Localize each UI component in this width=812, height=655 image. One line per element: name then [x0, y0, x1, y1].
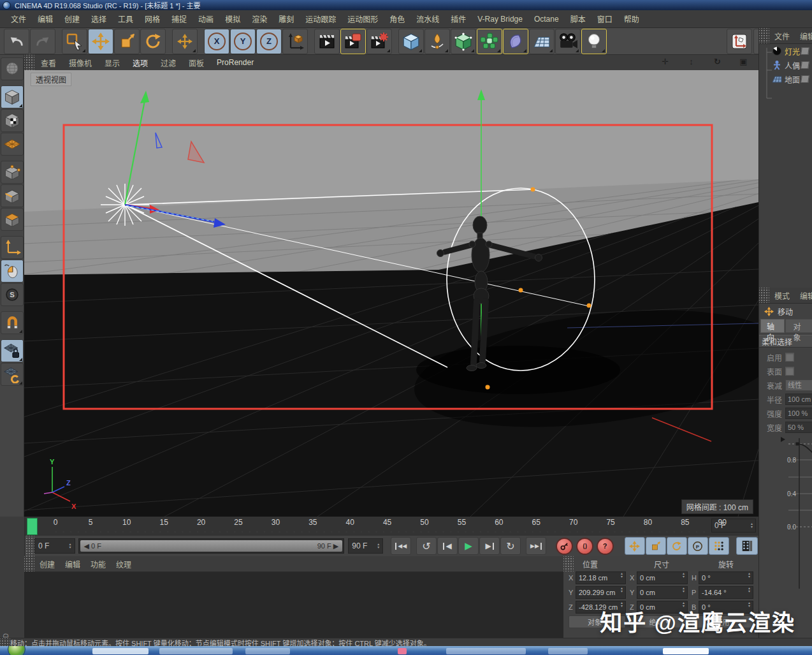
key-scale-toggle[interactable]: [646, 537, 666, 555]
current-frame-field[interactable]: 0 F▴▾: [34, 538, 75, 554]
mograph-button[interactable]: [477, 29, 502, 54]
autokey-button[interactable]: ( ): [576, 538, 593, 555]
layer-chip[interactable]: [801, 61, 809, 69]
tab-object[interactable]: 对象: [785, 319, 812, 333]
end-frame-field[interactable]: 90 F▴▾: [348, 538, 383, 554]
key-parameter-toggle[interactable]: P: [688, 537, 708, 555]
menu-item[interactable]: 工具: [112, 13, 139, 24]
viewport-menu-item[interactable]: 面板: [182, 57, 210, 68]
key-position-toggle[interactable]: [625, 537, 645, 555]
viewport-menu-item[interactable]: 过滤: [154, 57, 182, 68]
menu-item[interactable]: V-Ray Bridge: [472, 15, 528, 24]
viewport-menu-item[interactable]: 摄像机: [62, 57, 98, 68]
taskbar-button[interactable]: [548, 648, 588, 654]
panel-drag-handle[interactable]: [759, 28, 769, 43]
edges-mode-button[interactable]: [1, 184, 24, 207]
mat-menu-item[interactable]: 创建: [34, 559, 60, 570]
panel-drag-handle[interactable]: [759, 288, 769, 303]
om-menu-item[interactable]: 文件: [769, 31, 795, 41]
strength-field[interactable]: 100 %: [785, 408, 812, 419]
panel-drag-handle[interactable]: [24, 556, 34, 571]
timeline-playhead[interactable]: [27, 518, 38, 535]
texture-mode-button[interactable]: [1, 109, 24, 132]
panel-drag-handle[interactable]: [563, 556, 574, 571]
menu-item[interactable]: 模拟: [219, 13, 246, 24]
width-field[interactable]: 50 %: [785, 422, 812, 433]
viewport-menu-item[interactable]: 显示: [98, 57, 126, 68]
menu-item[interactable]: 渲染: [246, 13, 273, 24]
rotate-view-icon[interactable]: ↻: [706, 57, 729, 66]
add-primitive-button[interactable]: [398, 29, 424, 54]
viewport-menu-item[interactable]: ProRender: [210, 58, 260, 67]
panel-drag-handle[interactable]: [24, 55, 34, 70]
enable-checkbox[interactable]: [785, 353, 794, 362]
mat-menu-item[interactable]: 编辑: [60, 559, 85, 570]
goto-start-button[interactable]: ◀◀: [391, 537, 411, 555]
taskbar-button[interactable]: [663, 648, 709, 654]
stepper-arrows[interactable]: ▴▾: [375, 543, 379, 549]
timeline-mode-button[interactable]: [736, 537, 758, 555]
menu-item[interactable]: 编辑: [32, 13, 59, 24]
menu-item[interactable]: 动画: [192, 13, 219, 24]
object-row-floor[interactable]: 地面: [759, 72, 812, 86]
viewport-menu-item[interactable]: 选项: [126, 57, 154, 68]
lock-x-axis-button[interactable]: X: [204, 29, 229, 54]
menu-item[interactable]: 网格: [139, 13, 166, 24]
keyframe-presets-button[interactable]: [709, 537, 729, 555]
add-camera-button[interactable]: [555, 29, 581, 54]
goto-end-button[interactable]: ▶▶: [526, 537, 546, 555]
pan-view-icon[interactable]: ✛: [654, 57, 676, 66]
points-mode-button[interactable]: [1, 161, 24, 184]
preview-range-bar[interactable]: ◀ 0 F 90 F ▶: [80, 540, 343, 552]
scale-tool-button[interactable]: [114, 29, 140, 54]
live-selection-button[interactable]: [62, 29, 87, 54]
preview-range-slider[interactable]: ◀ 0 F 90 F ▶: [78, 538, 345, 554]
viewport-name-label[interactable]: 透视视图: [31, 73, 71, 86]
menu-item[interactable]: 运动跟踪: [300, 13, 342, 24]
start-orb[interactable]: [8, 646, 25, 655]
record-keyframe-button[interactable]: [556, 538, 573, 555]
falloff-curve-editor[interactable]: 0.8 0.4 0.0: [759, 434, 812, 594]
mat-menu-item[interactable]: 功能: [85, 559, 111, 570]
render-view-button[interactable]: [314, 29, 340, 54]
menu-item[interactable]: 文件: [5, 13, 32, 24]
add-spline-button[interactable]: [424, 29, 450, 54]
layer-chip[interactable]: [801, 47, 809, 55]
panel-drag-handle[interactable]: [24, 536, 34, 556]
viewport-menu-item[interactable]: 查看: [34, 57, 62, 68]
stepper-arrows[interactable]: ▴▾: [67, 543, 71, 549]
am-menu-item[interactable]: 编辑: [795, 290, 812, 301]
key-rotation-toggle[interactable]: [667, 537, 687, 555]
snap-magnet-button[interactable]: [1, 311, 24, 334]
tab-axis[interactable]: 轴向: [760, 319, 785, 333]
workplane-button[interactable]: [1, 133, 24, 156]
position-y-field[interactable]: 209.299 cm▴▾: [576, 586, 626, 599]
redo-button[interactable]: [30, 29, 55, 54]
workplane-mode-button[interactable]: [727, 29, 752, 54]
menu-item[interactable]: 运动图形: [342, 13, 384, 24]
model-mode-button[interactable]: [1, 85, 24, 108]
add-subdivision-surface-button[interactable]: [451, 29, 476, 54]
next-frame-button[interactable]: ▶: [479, 537, 500, 555]
lock-z-axis-button[interactable]: Z: [256, 29, 282, 54]
size-x-field[interactable]: 0 cm▴▾: [637, 571, 688, 584]
lock-y-axis-button[interactable]: Y: [230, 29, 256, 54]
add-deformer-button[interactable]: [503, 29, 528, 54]
soft-selection-header[interactable]: 柔和选择: [759, 335, 812, 348]
undo-button[interactable]: [4, 29, 29, 54]
make-editable-button[interactable]: [1, 57, 24, 80]
keyframe-selection-button[interactable]: ?: [597, 538, 614, 555]
position-x-field[interactable]: 12.18 cm▴▾: [576, 571, 626, 584]
render-queue-button[interactable]: [366, 29, 392, 54]
prev-frame-button[interactable]: ◀: [437, 537, 458, 555]
move-tool-button[interactable]: [88, 29, 113, 54]
rotate-tool-button[interactable]: [140, 29, 166, 54]
size-y-field[interactable]: 0 cm▴▾: [637, 586, 688, 599]
menu-item[interactable]: 窗口: [591, 13, 618, 24]
mat-menu-item[interactable]: 纹理: [111, 559, 136, 570]
viewport-solo-button[interactable]: [1, 260, 24, 283]
menu-item[interactable]: 捕捉: [166, 13, 192, 24]
falloff-dropdown[interactable]: 线性: [785, 379, 812, 391]
snap-settings-button[interactable]: S: [1, 283, 24, 306]
add-light-button[interactable]: [581, 29, 607, 54]
